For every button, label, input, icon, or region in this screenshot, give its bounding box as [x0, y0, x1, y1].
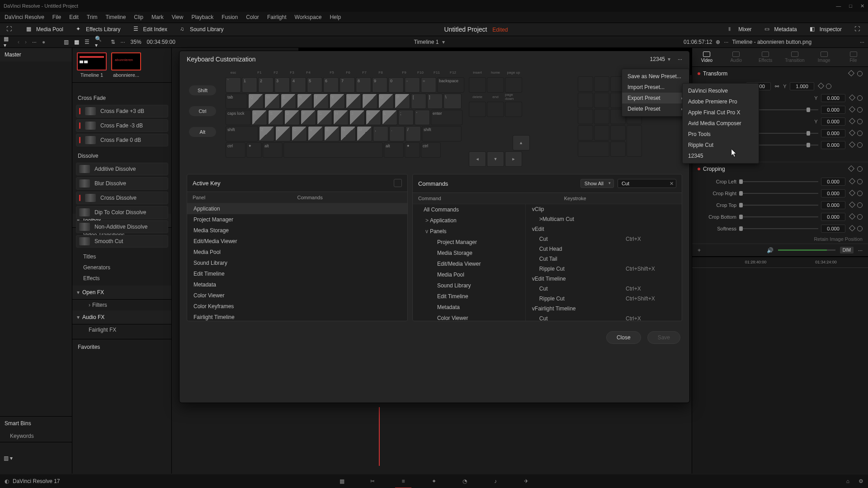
- keyboard-key[interactable]: /: [406, 126, 421, 141]
- speaker-icon[interactable]: 🔊: [767, 247, 774, 253]
- keyboard-key[interactable]: V: [308, 126, 323, 141]
- metadata-button[interactable]: ▭Metadata: [758, 23, 803, 36]
- keyboard-key[interactable]: U: [346, 94, 361, 109]
- search-icon[interactable]: 🔍 ▾: [95, 36, 105, 48]
- fx-item[interactable]: Non-Additive Dissolve: [76, 221, 168, 233]
- reset-icon[interactable]: [857, 142, 863, 148]
- arrow-right-key[interactable]: ►: [505, 151, 522, 167]
- active-key-item[interactable]: Edit Timeline: [187, 268, 407, 279]
- menu-item[interactable]: Help: [330, 14, 341, 20]
- keyboard-key[interactable]: 1: [242, 77, 257, 93]
- keyboard-key[interactable]: enter: [431, 110, 462, 125]
- lib-item[interactable]: Fairlight FX: [72, 324, 171, 335]
- active-key-item[interactable]: Fairlight Timeline: [187, 312, 407, 321]
- zoom-y-input[interactable]: 1.000: [790, 82, 814, 90]
- keyboard-key[interactable]: 3: [274, 77, 290, 93]
- keyframe-icon[interactable]: [849, 190, 855, 196]
- command-result-item[interactable]: Ripple CutCtrl+Shift+X: [526, 264, 682, 274]
- command-tree-item[interactable]: Sound Library: [413, 280, 525, 291]
- keyboard-key[interactable]: A: [252, 110, 267, 125]
- val-input[interactable]: 0.000: [821, 225, 845, 233]
- keyframe-icon[interactable]: [849, 141, 855, 148]
- reset-icon[interactable]: [857, 226, 863, 231]
- keyboard-key[interactable]: T: [313, 94, 329, 109]
- keyboard-key[interactable]: 5: [307, 77, 322, 93]
- lib-item[interactable]: Generators: [72, 262, 171, 273]
- command-result-item[interactable]: vFairlight Timeline: [526, 304, 682, 314]
- keyboard-key[interactable]: .: [389, 126, 405, 141]
- keyboard-key[interactable]: B: [324, 126, 340, 141]
- keyboard-key[interactable]: `: [226, 77, 241, 93]
- nav-back-icon[interactable]: ‹: [18, 39, 19, 45]
- fx-item[interactable]: Dip To Color Dissolve: [76, 206, 168, 219]
- thumb-small-icon[interactable]: ▥: [64, 39, 69, 45]
- audio-ruler[interactable]: 01:28:40:00 01:34:24:00: [692, 257, 868, 268]
- record-icon[interactable]: ●: [42, 39, 45, 45]
- active-key-item[interactable]: Media Pool: [187, 247, 407, 258]
- ctx-save-preset[interactable]: Save as New Preset...: [622, 71, 689, 82]
- keyframe-icon[interactable]: [849, 213, 855, 220]
- reset-icon[interactable]: [857, 131, 863, 136]
- keyboard-key[interactable]: shift: [226, 126, 258, 141]
- keyframe-icon[interactable]: [849, 130, 855, 136]
- command-tree-item[interactable]: Media Storage: [413, 248, 525, 258]
- dots-icon[interactable]: ···: [858, 247, 863, 253]
- win-max-icon[interactable]: □: [849, 3, 852, 9]
- reset-icon[interactable]: [826, 84, 831, 89]
- active-key-item[interactable]: Project Manager: [187, 214, 407, 225]
- favorites-header[interactable]: Favorites: [72, 339, 171, 355]
- reset-icon[interactable]: [857, 71, 863, 76]
- save-button[interactable]: Save: [647, 331, 680, 344]
- smart-bin-keywords[interactable]: Keywords: [0, 430, 72, 442]
- menu-item[interactable]: Clip: [134, 14, 143, 20]
- fullscreen-button[interactable]: ⛶: [0, 23, 20, 36]
- win-close-icon[interactable]: ✕: [860, 3, 864, 9]
- keyboard-key[interactable]: 6: [323, 77, 339, 93]
- slider[interactable]: [739, 181, 818, 182]
- dots5-icon[interactable]: ···: [860, 39, 864, 45]
- command-tree-item[interactable]: All Commands: [413, 204, 525, 215]
- fx-item[interactable]: Blur Dissolve: [76, 177, 168, 190]
- submenu-item[interactable]: DaVinci Resolve: [683, 85, 759, 96]
- keyboard-key[interactable]: ': [415, 110, 430, 125]
- command-tree-item[interactable]: Metadata: [413, 302, 525, 313]
- keyboard-key[interactable]: X: [275, 126, 291, 141]
- page-deliver[interactable]: ✈: [521, 477, 532, 486]
- menu-item[interactable]: Playback: [191, 14, 213, 20]
- page-cut[interactable]: ✂: [367, 477, 378, 486]
- transform-header[interactable]: Transform: [692, 67, 868, 80]
- command-result-item[interactable]: CutCtrl+X: [526, 314, 682, 321]
- reset-icon[interactable]: [857, 166, 863, 172]
- keyboard-key[interactable]: Q: [248, 94, 264, 109]
- reset-icon[interactable]: [857, 179, 863, 184]
- sort-icon[interactable]: ⇅: [111, 39, 115, 45]
- effects-library-button[interactable]: ✦Effects Library: [70, 23, 127, 36]
- command-tree-item[interactable]: vPanels: [413, 226, 525, 237]
- keyboard-key[interactable]: ]: [427, 94, 443, 109]
- bin-thumb[interactable]: Timeline 1: [77, 52, 107, 78]
- command-result-item[interactable]: vEdit Timeline: [526, 274, 682, 284]
- keyframe-icon[interactable]: [849, 225, 855, 231]
- dim-button[interactable]: DIM: [840, 247, 854, 253]
- reset-icon[interactable]: [857, 191, 863, 196]
- keyboard-key[interactable]: G: [317, 110, 332, 125]
- ctx-delete-preset[interactable]: Delete Preset▸: [622, 103, 689, 114]
- fx-item[interactable]: Additive Dissolve: [76, 163, 168, 175]
- dots-icon[interactable]: ···: [678, 56, 682, 62]
- keyboard-key[interactable]: backspace: [437, 77, 464, 93]
- settings-icon[interactable]: ⚙: [859, 478, 863, 484]
- submenu-item[interactable]: Adobe Premiere Pro: [683, 96, 759, 107]
- keyboard-key[interactable]: 2: [258, 77, 274, 93]
- keyframe-icon[interactable]: [849, 118, 855, 124]
- menu-item[interactable]: DaVinci Resolve: [5, 14, 44, 20]
- tab-effects[interactable]: Effects: [751, 48, 780, 66]
- reset-icon[interactable]: [857, 107, 863, 113]
- commands-search-input[interactable]: Cut✕: [618, 179, 676, 188]
- arrow-up-key[interactable]: ▲: [513, 135, 530, 150]
- keyboard-key[interactable]: J: [349, 110, 365, 125]
- active-key-item[interactable]: Sound Library: [187, 258, 407, 268]
- keyboard-key[interactable]: [: [411, 94, 426, 109]
- keyboard-key[interactable]: K: [366, 110, 381, 125]
- submenu-item[interactable]: Ripple Cut: [683, 140, 759, 150]
- page-fusion[interactable]: ✦: [429, 477, 439, 486]
